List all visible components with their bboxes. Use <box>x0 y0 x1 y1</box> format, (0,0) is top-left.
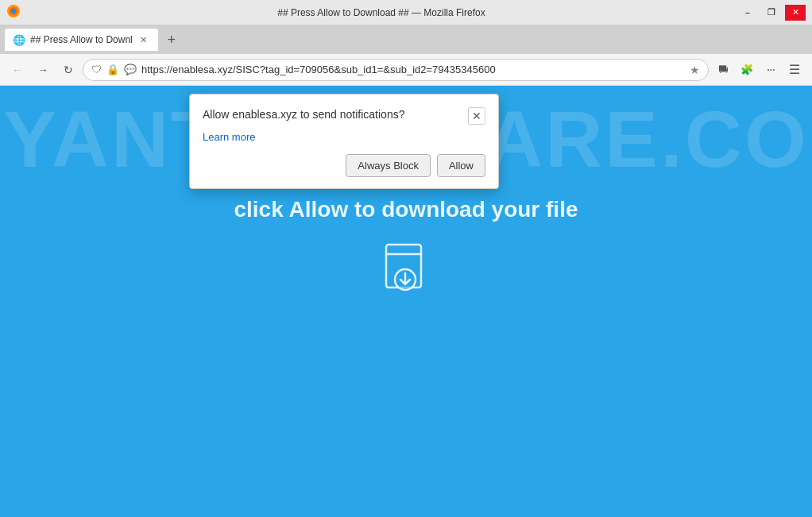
close-button[interactable]: ✕ <box>785 5 806 21</box>
address-bar[interactable]: 🛡 🔒 💬 https://enablesa.xyz/SISC?tag_id=7… <box>83 59 709 81</box>
page-content: MYANTISPYWARE.COM dy click Allow to down… <box>0 86 812 517</box>
comment-icon: 💬 <box>124 64 137 75</box>
popup-buttons: Always Block Allow <box>203 154 485 177</box>
back-button[interactable]: ← <box>6 59 29 81</box>
restore-button[interactable]: ❐ <box>761 5 782 21</box>
allow-button[interactable]: Allow <box>437 154 485 177</box>
always-block-button[interactable]: Always Block <box>346 154 431 177</box>
notification-popup: Allow enablesa.xyz to send notifications… <box>189 94 499 189</box>
popup-title: Allow enablesa.xyz to send notifications… <box>203 107 468 123</box>
popup-close-button[interactable]: ✕ <box>468 107 485 125</box>
firefox-logo <box>6 4 21 21</box>
tabbar: 🌐 ## Press Allow to Downl ✕ + <box>0 25 812 54</box>
subtext: click Allow to download your file <box>234 197 578 222</box>
tab-favicon: 🌐 <box>13 34 25 46</box>
tab-title: ## Press Allow to Downl <box>30 34 133 45</box>
url-text: https://enablesa.xyz/SISC?tag_id=709056&… <box>141 64 685 75</box>
bookmark-star-icon[interactable]: ★ <box>690 64 700 76</box>
forward-button[interactable]: → <box>32 59 54 81</box>
toolbar: ← → ↻ 🛡 🔒 💬 https://enablesa.xyz/SISC?ta… <box>0 54 812 86</box>
menu-button[interactable]: ☰ <box>783 59 806 81</box>
tab-close-button[interactable]: ✕ <box>137 33 150 46</box>
download-illustration <box>378 238 434 305</box>
window-controls: − ❐ ✕ <box>737 5 806 21</box>
shield-icon: 🛡 <box>91 64 102 75</box>
minimize-button[interactable]: − <box>737 5 758 21</box>
lock-icon: 🔒 <box>106 64 119 75</box>
learn-more-link[interactable]: Learn more <box>203 131 485 143</box>
extensions-button[interactable]: 🧩 <box>736 59 758 81</box>
overflow-button[interactable]: ··· <box>760 59 782 81</box>
active-tab[interactable]: 🌐 ## Press Allow to Downl ✕ <box>5 29 158 51</box>
popup-header: Allow enablesa.xyz to send notifications… <box>203 107 485 125</box>
pocket-button[interactable]: ⛟ <box>712 59 734 81</box>
svg-point-2 <box>11 9 16 14</box>
toolbar-right-buttons: ⛟ 🧩 ··· ☰ <box>712 59 806 81</box>
reload-button[interactable]: ↻ <box>57 59 79 81</box>
window-title: ## Press Allow to Download ## — Mozilla … <box>25 7 737 18</box>
titlebar: ## Press Allow to Download ## — Mozilla … <box>0 0 812 25</box>
new-tab-button[interactable]: + <box>161 29 182 50</box>
